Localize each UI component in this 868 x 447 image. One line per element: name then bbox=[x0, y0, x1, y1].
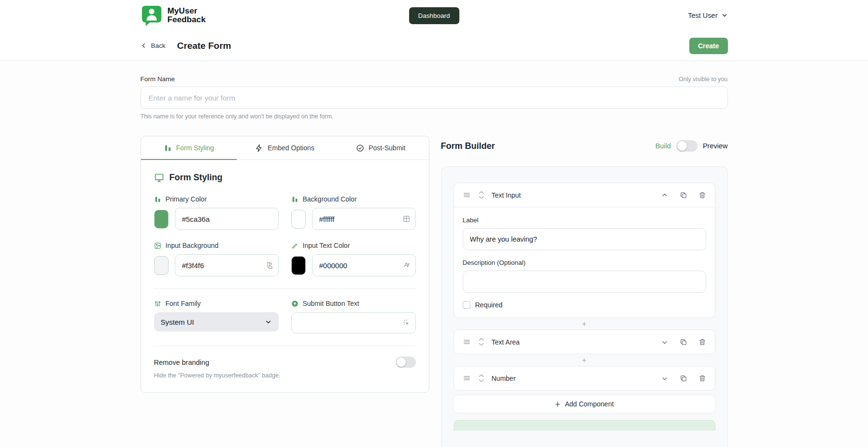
input-background-swatch[interactable] bbox=[154, 256, 169, 275]
drag-handle-icon[interactable] bbox=[463, 338, 471, 346]
add-component-label: Add Component bbox=[565, 400, 613, 408]
delete-icon[interactable] bbox=[698, 375, 706, 382]
required-checkbox[interactable] bbox=[463, 301, 470, 309]
background-color-swatch[interactable] bbox=[291, 210, 306, 229]
mode-preview-label[interactable]: Preview bbox=[703, 142, 728, 150]
form-name-input[interactable] bbox=[141, 87, 728, 109]
move-down-icon[interactable] bbox=[478, 196, 484, 200]
field-label-text: Submit Button Text bbox=[303, 300, 359, 307]
zap-icon bbox=[255, 144, 263, 152]
font-family-field: Font Family System UI bbox=[154, 300, 279, 333]
submit-button-text-input[interactable] bbox=[291, 312, 416, 333]
duplicate-icon[interactable] bbox=[680, 375, 687, 382]
tab-form-styling[interactable]: Form Styling bbox=[141, 136, 237, 159]
primary-color-swatch[interactable] bbox=[154, 210, 169, 229]
tab-label: Form Styling bbox=[176, 144, 214, 152]
font-family-select[interactable]: System UI bbox=[154, 312, 279, 332]
divider bbox=[154, 288, 416, 289]
background-color-field: Background Color bbox=[291, 195, 416, 230]
expand-icon[interactable] bbox=[661, 375, 669, 382]
palette-icon bbox=[291, 196, 299, 203]
cursor-click-icon bbox=[402, 319, 411, 327]
primary-color-field: Primary Color bbox=[154, 195, 279, 230]
toggle-knob bbox=[677, 141, 687, 151]
form-name-label: Form Name bbox=[141, 75, 175, 83]
component-text-area: Text Area bbox=[454, 330, 715, 354]
delete-icon[interactable] bbox=[698, 191, 706, 199]
check-circle-icon bbox=[356, 144, 364, 152]
background-color-input[interactable] bbox=[312, 208, 416, 230]
chevron-left-icon bbox=[141, 43, 147, 49]
plus-icon bbox=[582, 321, 587, 327]
drag-handle-icon[interactable] bbox=[463, 191, 471, 199]
move-up-icon[interactable] bbox=[478, 374, 484, 377]
label-field-input[interactable] bbox=[463, 228, 706, 250]
input-text-color-swatch[interactable] bbox=[291, 256, 306, 275]
builder-panel: Text Input Label Description (Optional) bbox=[441, 166, 728, 447]
move-down-icon[interactable] bbox=[478, 343, 484, 346]
drag-handle-icon[interactable] bbox=[463, 374, 471, 382]
input-background-input[interactable] bbox=[175, 254, 279, 276]
collapse-icon[interactable] bbox=[661, 191, 669, 199]
palette-icon bbox=[154, 196, 161, 203]
move-down-icon[interactable] bbox=[478, 379, 484, 383]
input-background-field: Input Background bbox=[154, 242, 279, 276]
styling-section-title: Form Styling bbox=[170, 173, 223, 183]
expand-icon[interactable] bbox=[661, 338, 669, 346]
form-builder: Form Builder Build Preview bbox=[441, 136, 728, 447]
field-label-text: Primary Color bbox=[166, 195, 207, 203]
move-up-icon[interactable] bbox=[478, 337, 484, 341]
insert-component-button[interactable] bbox=[454, 318, 715, 330]
back-button[interactable]: Back bbox=[141, 42, 166, 49]
input-text-color-field: Input Text Color bbox=[291, 242, 416, 276]
palette-icon bbox=[164, 144, 172, 152]
submit-button-preview-partial bbox=[454, 420, 715, 431]
mode-build-label[interactable]: Build bbox=[655, 142, 671, 150]
reorder-controls bbox=[478, 190, 484, 200]
input-text-color-input[interactable] bbox=[312, 254, 416, 276]
user-menu[interactable]: Test User bbox=[688, 12, 727, 19]
tab-label: Post-Submit bbox=[369, 144, 405, 152]
user-menu-label: Test User bbox=[688, 12, 717, 19]
delete-icon[interactable] bbox=[698, 338, 706, 346]
insert-component-button[interactable] bbox=[454, 354, 715, 366]
layout-columns-icon[interactable] bbox=[402, 215, 411, 223]
divider bbox=[154, 346, 416, 346]
add-component-button[interactable]: Add Component bbox=[454, 395, 715, 413]
styling-tabs: Form Styling Embed Options Post-Submit bbox=[141, 136, 429, 160]
component-title: Text Input bbox=[492, 191, 521, 199]
field-label-text: Input Text Color bbox=[303, 242, 350, 249]
tab-embed-options[interactable]: Embed Options bbox=[237, 136, 333, 159]
swatchbook-icon[interactable] bbox=[265, 261, 273, 270]
form-name-helper: This name is for your reference only and… bbox=[141, 113, 728, 120]
plus-icon bbox=[582, 358, 587, 363]
dashboard-button[interactable]: Dashboard bbox=[409, 7, 459, 24]
remove-branding-label: Remove branding bbox=[154, 359, 209, 366]
description-field-input[interactable] bbox=[463, 271, 706, 293]
field-label-text: Background Color bbox=[303, 195, 357, 203]
sliders-icon bbox=[154, 300, 161, 307]
description-field-label: Description (Optional) bbox=[463, 259, 706, 266]
mode-toggle[interactable] bbox=[676, 140, 697, 152]
image-icon bbox=[154, 242, 161, 249]
tab-post-submit[interactable]: Post-Submit bbox=[333, 136, 429, 159]
plus-icon bbox=[555, 401, 561, 407]
form-name-section: Form Name Only visible to you This name … bbox=[141, 75, 728, 120]
tab-label: Embed Options bbox=[268, 144, 314, 152]
submit-button-text-field: Submit Button Text bbox=[291, 300, 416, 333]
remove-branding-toggle[interactable] bbox=[396, 357, 416, 368]
styling-card: Form Styling Embed Options Post-Submit bbox=[141, 136, 429, 393]
brand-logo: MyUser Feedback bbox=[141, 4, 206, 27]
primary-color-input[interactable] bbox=[175, 208, 279, 230]
duplicate-icon[interactable] bbox=[680, 338, 687, 346]
reorder-controls bbox=[478, 374, 484, 383]
app-header: MyUser Feedback Dashboard Test User Back… bbox=[0, 0, 868, 61]
move-up-icon[interactable] bbox=[478, 190, 484, 194]
visibility-note: Only visible to you bbox=[679, 76, 727, 83]
duplicate-icon[interactable] bbox=[680, 191, 687, 199]
remove-branding-helper: Hide the "Powered by myuserfeedback" bad… bbox=[154, 372, 416, 379]
text-color-icon[interactable] bbox=[402, 261, 411, 270]
monitor-icon bbox=[154, 173, 164, 183]
field-label-text: Font Family bbox=[166, 300, 201, 307]
create-button[interactable]: Create bbox=[689, 38, 728, 54]
